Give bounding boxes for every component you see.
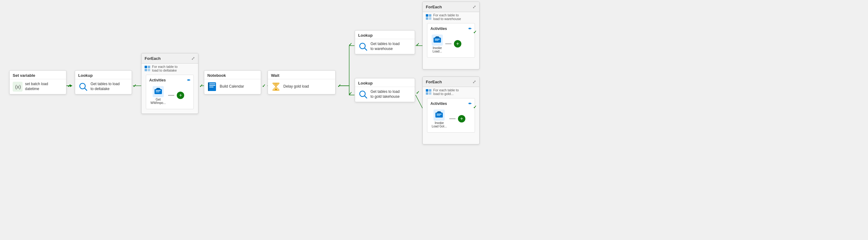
- foreach-warehouse-node[interactable]: ForEach ⤢ For each table to load to ware…: [423, 2, 479, 69]
- foreach-deltalake-activity-item: Get WWImpo...: [151, 86, 166, 105]
- wait-label: Delay gold load: [283, 84, 309, 89]
- lookup-deltalake-node[interactable]: Lookup Get tables to load to deltalake: [75, 70, 132, 94]
- check-wait-lower: ✓: [348, 91, 352, 96]
- check-foreach-gold-inner: ✓: [473, 105, 477, 109]
- foreach-gold-activities-label: Activities: [430, 102, 447, 106]
- svg-rect-13: [145, 69, 147, 71]
- lookup-deltalake-label: Get tables to load to deltalake: [91, 82, 120, 91]
- svg-rect-17: [156, 91, 161, 91]
- svg-rect-12: [148, 66, 150, 68]
- foreach-deltalake-title: ForEach: [145, 56, 161, 61]
- check-notebook: ✓: [262, 83, 266, 88]
- foreach-gold-activities: Activities ✏: [427, 98, 475, 133]
- foreach-warehouse-activity-label: Invoke Load...: [433, 46, 442, 53]
- svg-rect-42: [429, 92, 431, 95]
- foreach-warehouse-edit-icon[interactable]: ✏: [468, 27, 471, 31]
- foreach-gold-activity-label: Invoke Load Gol...: [432, 121, 447, 128]
- svg-rect-33: [429, 17, 431, 20]
- foreach-deltalake-activities: Activities ✏: [146, 75, 194, 109]
- lookup-gold-lakehouse-node[interactable]: Lookup Get tables to load to gold lakeho…: [355, 78, 415, 102]
- foreach-deltalake-icon: [145, 66, 150, 71]
- wait-header: Wait: [268, 71, 335, 79]
- svg-rect-45: [437, 114, 441, 114]
- foreach-deltalake-edit-icon[interactable]: ✏: [187, 78, 190, 82]
- svg-line-27: [365, 48, 367, 50]
- foreach-deltalake-activity-icon: [153, 86, 164, 97]
- notebook-icon: [207, 82, 217, 92]
- foreach-gold-node[interactable]: ForEach ⤢ For each table to load to gold…: [423, 76, 479, 144]
- foreach-deltalake-header: ForEach ⤢: [142, 54, 198, 64]
- svg-rect-23: [209, 87, 214, 87]
- svg-rect-24: [208, 82, 209, 91]
- foreach-warehouse-activities-label: Activities: [430, 27, 447, 31]
- notebook-header: Notebook: [204, 71, 261, 79]
- svg-rect-46: [437, 115, 440, 116]
- foreach-gold-subtitle-text: For each table to load to gold...: [433, 88, 459, 96]
- check-wait-main: ✓: [337, 83, 341, 88]
- svg-rect-39: [426, 89, 428, 92]
- foreach-warehouse-add-btn[interactable]: +: [454, 40, 461, 47]
- foreach-warehouse-expand[interactable]: ⤢: [472, 4, 476, 9]
- svg-rect-30: [426, 14, 428, 16]
- lookup-warehouse-icon: [358, 42, 368, 52]
- svg-text:(x): (x): [15, 84, 21, 90]
- check-foreach-deltalake: ✓: [199, 83, 203, 88]
- check-set-variable: ✓: [67, 83, 71, 88]
- set-variable-icon: (x): [13, 82, 23, 92]
- foreach-deltalake-subtitle: For each table to load to deltalake: [142, 64, 198, 75]
- foreach-gold-activity-item: Invoke Load Gol...: [432, 109, 447, 128]
- lookup-gold-label: Get tables to load to gold lakehouse: [371, 90, 400, 99]
- foreach-gold-header: ForEach ⤢: [423, 77, 479, 87]
- foreach-gold-subtitle: For each table to load to gold...: [423, 87, 479, 98]
- svg-rect-41: [426, 92, 428, 95]
- foreach-gold-edit-icon[interactable]: ✏: [468, 102, 471, 106]
- check-foreach-warehouse-inner: ✓: [473, 30, 477, 35]
- svg-rect-37: [435, 40, 438, 41]
- foreach-gold-add-btn[interactable]: +: [458, 115, 465, 123]
- svg-line-10: [85, 88, 87, 91]
- svg-rect-18: [156, 92, 159, 92]
- foreach-gold-expand[interactable]: ⤢: [472, 79, 476, 84]
- foreach-deltalake-subtitle-text: For each table to load to deltalake: [152, 65, 178, 72]
- svg-rect-21: [209, 83, 215, 84]
- lookup-deltalake-icon: [78, 82, 88, 92]
- foreach-warehouse-subtitle: For each table to load to warehouse: [423, 12, 479, 23]
- check-lookup-deltalake: ✓: [133, 83, 136, 88]
- foreach-warehouse-activities-header: Activities ✏: [430, 25, 471, 32]
- lookup-gold-body: Get tables to load to gold lakehouse: [355, 87, 415, 102]
- svg-rect-14: [148, 69, 150, 71]
- foreach-warehouse-icon: [426, 14, 431, 20]
- foreach-deltalake-activities-label: Activities: [149, 78, 166, 82]
- foreach-deltalake-activity-label: Get WWImpo...: [151, 98, 166, 105]
- svg-rect-31: [429, 14, 431, 16]
- foreach-deltalake-activities-header: Activities ✏: [149, 77, 190, 83]
- set-variable-node[interactable]: Set variable (x) set batch load datetime: [9, 70, 66, 94]
- foreach-gold-icon: [426, 89, 431, 95]
- svg-rect-22: [209, 85, 215, 86]
- lookup-warehouse-node[interactable]: Lookup Get tables to load to warehouse: [355, 30, 415, 54]
- foreach-deltalake-expand[interactable]: ⤢: [191, 56, 195, 61]
- notebook-node[interactable]: Notebook Build Calendar: [204, 70, 261, 94]
- check-wait-upper: ✓: [348, 42, 352, 47]
- foreach-gold-activities-header: Activities ✏: [430, 100, 471, 107]
- lookup-warehouse-header: Lookup: [355, 31, 415, 39]
- foreach-deltalake-add-btn[interactable]: +: [177, 92, 184, 99]
- foreach-warehouse-title: ForEach: [426, 5, 442, 9]
- svg-rect-40: [429, 89, 431, 92]
- svg-line-29: [365, 96, 367, 98]
- foreach-warehouse-activities-body: Invoke Load... +: [430, 32, 471, 56]
- set-variable-body: (x) set batch load datetime: [9, 79, 66, 94]
- activity-arrow-line-3: [449, 118, 456, 119]
- activity-arrow-line: [168, 95, 174, 96]
- foreach-gold-activities-body: Invoke Load Gol... +: [430, 107, 471, 131]
- check-lookup-warehouse: ✓: [416, 42, 420, 47]
- notebook-body: Build Calendar: [204, 79, 261, 94]
- foreach-deltalake-node[interactable]: ForEach ⤢ For each table to load to delt…: [141, 53, 198, 114]
- notebook-label: Build Calendar: [220, 84, 244, 89]
- foreach-warehouse-header: ForEach ⤢: [423, 2, 479, 12]
- foreach-warehouse-activities: Activities ✏: [427, 23, 475, 58]
- wait-icon: [271, 82, 281, 92]
- wait-node[interactable]: Wait Delay gold load: [268, 70, 336, 94]
- wait-body: Delay gold load: [268, 79, 335, 94]
- lookup-deltalake-body: Get tables to load to deltalake: [75, 79, 132, 94]
